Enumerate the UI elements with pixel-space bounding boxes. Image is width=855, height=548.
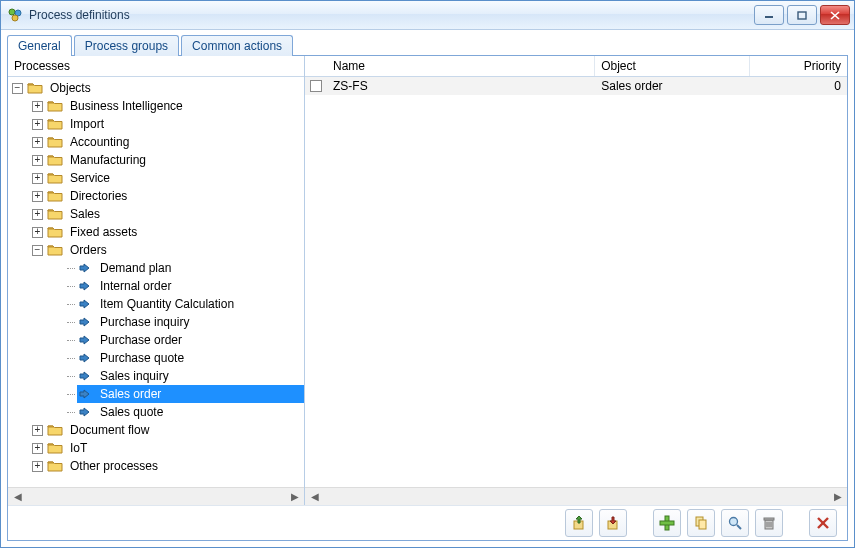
svg-rect-12 [699,520,706,529]
processes-header: Processes [8,56,304,77]
tree-node[interactable]: Purchase order [8,331,304,349]
collapse-icon[interactable]: − [32,245,43,256]
window: Process definitions GeneralProcess group… [0,0,855,548]
document-icon [77,297,93,311]
document-icon [77,369,93,383]
tree-node[interactable]: +Fixed assets [8,223,304,241]
expand-icon[interactable]: + [32,173,43,184]
expand-icon[interactable]: + [32,443,43,454]
expand-icon[interactable]: + [32,155,43,166]
scroll-left-icon[interactable]: ◀ [307,490,322,503]
tree-node-label: Purchase inquiry [97,314,192,330]
tree-node[interactable]: Sales order [8,385,304,403]
tree-node[interactable]: +Directories [8,187,304,205]
tree-node[interactable]: +Document flow [8,421,304,439]
tree-node[interactable]: Demand plan [8,259,304,277]
tree-node[interactable]: +Accounting [8,133,304,151]
tree-node-label: Orders [67,242,110,258]
delete-button[interactable] [755,509,783,537]
svg-line-14 [737,525,741,529]
column-priority[interactable]: Priority [750,56,847,76]
details-grid[interactable]: ZS-FSSales order0 [305,77,847,487]
expand-icon[interactable]: + [32,101,43,112]
tree-leaf-spacer [52,353,63,364]
row-checkbox[interactable] [310,80,322,92]
folder-icon [47,207,63,221]
tab-process-groups[interactable]: Process groups [74,35,179,56]
right-scrollbar[interactable]: ◀ ▶ [305,487,847,505]
scroll-left-icon[interactable]: ◀ [10,490,25,503]
tree-node-label: Accounting [67,134,132,150]
tree-node[interactable]: Purchase inquiry [8,313,304,331]
tree-node[interactable]: +Manufacturing [8,151,304,169]
tab-general[interactable]: General [7,35,72,56]
tree-node[interactable]: Sales inquiry [8,367,304,385]
tree-connector [67,304,75,305]
tree-connector [67,340,75,341]
expand-icon[interactable]: + [32,425,43,436]
collapse-icon[interactable]: − [12,83,23,94]
cell-object: Sales order [595,79,749,93]
expand-icon[interactable]: + [32,209,43,220]
tree-node-label: Service [67,170,113,186]
tree-node-label: Manufacturing [67,152,149,168]
tree-node-label: Document flow [67,422,152,438]
document-icon [77,387,93,401]
tree-node-label: Sales quote [97,404,166,420]
processes-tree[interactable]: −Objects+Business Intelligence+Import+Ac… [8,77,304,487]
folder-icon [47,423,63,437]
document-icon [77,315,93,329]
find-button[interactable] [721,509,749,537]
tree-node-label: Other processes [67,458,161,474]
tree-node[interactable]: Internal order [8,277,304,295]
folder-icon [47,99,63,113]
document-icon [77,333,93,347]
copy-button[interactable] [687,509,715,537]
tree-node[interactable]: +IoT [8,439,304,457]
tree-node[interactable]: −Orders [8,241,304,259]
expand-icon[interactable]: + [32,191,43,202]
document-icon [77,405,93,419]
tab-common-actions[interactable]: Common actions [181,35,293,56]
document-icon [77,261,93,275]
tree-node-label: Sales order [97,386,164,402]
add-button[interactable] [653,509,681,537]
expand-icon[interactable]: + [32,137,43,148]
column-check[interactable] [305,56,327,76]
tree-node-label: Business Intelligence [67,98,186,114]
folder-icon [47,225,63,239]
column-object[interactable]: Object [595,56,750,76]
table-row[interactable]: ZS-FSSales order0 [305,77,847,95]
folder-icon [47,135,63,149]
tree-connector [67,412,75,413]
column-name[interactable]: Name [327,56,595,76]
tree-node[interactable]: −Objects [8,79,304,97]
export-button[interactable] [565,509,593,537]
scroll-right-icon[interactable]: ▶ [287,490,302,503]
left-scrollbar[interactable]: ◀ ▶ [8,487,304,505]
tree-node[interactable]: +Other processes [8,457,304,475]
expand-icon[interactable]: + [32,119,43,130]
minimize-button[interactable] [754,5,784,25]
tree-node-label: Sales inquiry [97,368,172,384]
import-button[interactable] [599,509,627,537]
folder-icon [47,189,63,203]
close-button[interactable] [809,509,837,537]
expand-icon[interactable]: + [32,227,43,238]
scroll-right-icon[interactable]: ▶ [830,490,845,503]
app-icon [7,7,23,23]
maximize-button[interactable] [787,5,817,25]
close-window-button[interactable] [820,5,850,25]
tree-node[interactable]: +Service [8,169,304,187]
svg-point-2 [12,15,18,21]
tree-node[interactable]: Purchase quote [8,349,304,367]
tree-node-label: Import [67,116,107,132]
tree-node[interactable]: +Import [8,115,304,133]
tree-node[interactable]: Item Quantity Calculation [8,295,304,313]
folder-icon [27,81,43,95]
tree-node[interactable]: +Business Intelligence [8,97,304,115]
tree-node[interactable]: +Sales [8,205,304,223]
tree-node[interactable]: Sales quote [8,403,304,421]
expand-icon[interactable]: + [32,461,43,472]
processes-panel: Processes −Objects+Business Intelligence… [8,56,305,505]
